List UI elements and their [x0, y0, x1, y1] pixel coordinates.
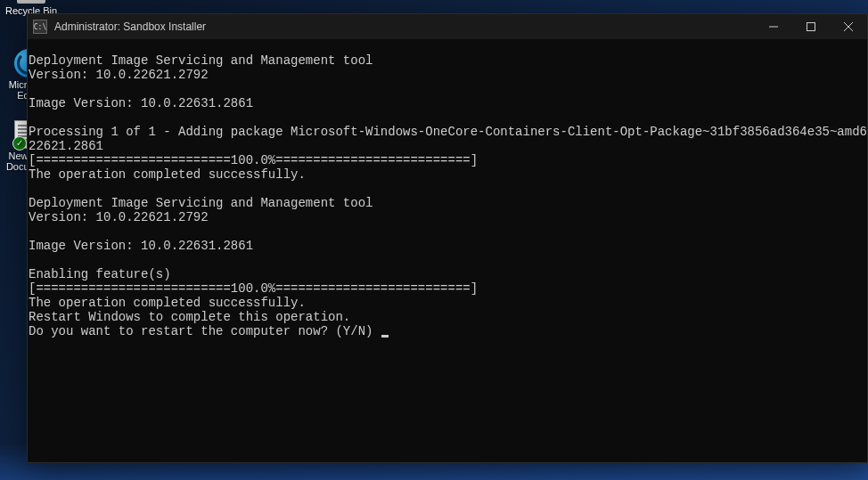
terminal-line: Version: 10.0.22621.2792 — [28, 210, 867, 224]
terminal-line: Processing 1 of 1 - Adding package Micro… — [28, 125, 867, 139]
terminal-body[interactable]: Deployment Image Servicing and Managemen… — [28, 39, 867, 462]
terminal-line: 22621.2861 — [28, 139, 867, 153]
terminal-line — [28, 253, 867, 267]
terminal-line: The operation completed successfully. — [28, 296, 867, 310]
terminal-line: [==========================100.0%=======… — [28, 153, 867, 167]
terminal-line — [28, 110, 867, 125]
minimize-button[interactable] — [755, 14, 792, 39]
window-controls — [755, 14, 867, 39]
maximize-button[interactable] — [792, 14, 830, 39]
terminal-line: Version: 10.0.22621.2792 — [28, 68, 867, 82]
terminal-line: [==========================100.0%=======… — [28, 281, 867, 296]
svg-rect-1 — [807, 23, 815, 31]
maximize-icon — [807, 22, 815, 31]
close-icon — [844, 22, 853, 31]
titlebar[interactable]: C:\ Administrator: Sandbox Installer — [28, 14, 867, 39]
terminal-line — [28, 182, 867, 196]
window-title: Administrator: Sandbox Installer — [54, 20, 755, 33]
terminal-line: Restart Windows to complete this operati… — [28, 310, 867, 324]
terminal-line: Enabling feature(s) — [28, 267, 867, 281]
terminal-line — [28, 224, 867, 239]
minimize-icon — [769, 22, 778, 31]
terminal-line — [28, 39, 867, 53]
terminal-line: Image Version: 10.0.22631.2861 — [28, 239, 867, 253]
recycle-bin-icon — [17, 0, 45, 4]
terminal-cursor — [381, 335, 389, 338]
terminal-window: C:\ Administrator: Sandbox Installer Dep… — [27, 13, 868, 463]
terminal-line — [28, 82, 867, 96]
sync-check-icon — [12, 136, 27, 151]
close-button[interactable] — [830, 14, 867, 39]
terminal-app-icon: C:\ — [33, 20, 47, 34]
terminal-line: Image Version: 10.0.22631.2861 — [28, 96, 867, 110]
terminal-line: Deployment Image Servicing and Managemen… — [28, 196, 867, 210]
terminal-line: Deployment Image Servicing and Managemen… — [28, 53, 867, 68]
terminal-line: The operation completed successfully. — [28, 167, 867, 182]
terminal-line: Do you want to restart the computer now?… — [28, 324, 867, 338]
